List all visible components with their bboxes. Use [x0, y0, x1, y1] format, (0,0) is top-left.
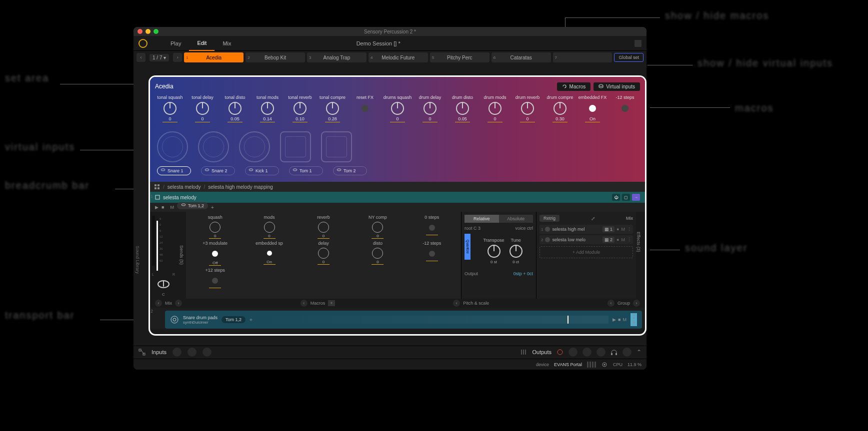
macro-1[interactable]: tonal delay0: [188, 95, 218, 122]
macros-toggle-button[interactable]: Macros: [557, 82, 591, 91]
global-set-button[interactable]: Global set: [614, 53, 644, 62]
toggle-dot[interactable]: [589, 105, 596, 112]
set-tab-1[interactable]: 1Acedia: [184, 52, 244, 62]
knob[interactable]: [488, 102, 502, 115]
pitch-prev[interactable]: ‹: [453, 300, 460, 307]
macro-11[interactable]: drum reverb0: [512, 95, 542, 122]
local-macro-8[interactable]: disto0: [352, 241, 404, 266]
group-module-0[interactable]: 1selesta high mel▦ 1●M⋮: [540, 225, 633, 234]
sound-layer-2[interactable]: Snare drum pads synthDulcimer Tom 1,2 + …: [165, 311, 642, 329]
set-tab-3[interactable]: 3Analog Trap: [307, 52, 366, 62]
virtual-input-label-3[interactable]: Tom 1: [289, 166, 323, 175]
macro-13[interactable]: embedded FXOn: [578, 95, 608, 122]
knob[interactable]: [456, 102, 469, 115]
knob[interactable]: [164, 102, 176, 115]
nav-edit[interactable]: Edit: [189, 36, 214, 51]
set-tab-2[interactable]: 2Bebop Kit: [246, 52, 305, 62]
knob[interactable]: [554, 102, 566, 115]
maximize-button[interactable]: [154, 29, 158, 34]
tune-knob[interactable]: [510, 245, 522, 258]
layer2-stop[interactable]: ■: [618, 317, 620, 322]
transpose-knob[interactable]: [488, 245, 500, 258]
expand-chevron[interactable]: ⌃: [636, 349, 642, 356]
tom-input-chip[interactable]: Tom 1,2: [177, 202, 208, 209]
local-macro-10[interactable]: +12 steps: [189, 268, 241, 288]
pan-knob[interactable]: [158, 280, 170, 288]
macros-prev[interactable]: ‹: [300, 300, 308, 307]
virtual-input-label-4[interactable]: Tom 2: [333, 166, 367, 175]
sends-column[interactable]: Sends (5): [177, 212, 186, 299]
virtual-inputs-toggle-button[interactable]: Virtual inputs: [594, 82, 640, 91]
knob[interactable]: [261, 102, 274, 115]
layer2-fx-label[interactable]: FX (6): [630, 313, 637, 326]
virtual-input-pad-3[interactable]: [280, 131, 311, 162]
local-macro-9[interactable]: -12 steps: [406, 241, 458, 266]
device-name[interactable]: EVANS Portal: [554, 362, 582, 367]
macro-2[interactable]: tonal disto0.05: [220, 95, 250, 122]
macro-3[interactable]: tonal mods0.14: [252, 95, 282, 122]
input-icon-1[interactable]: [172, 348, 182, 357]
root-value[interactable]: root C 3: [464, 226, 480, 231]
set-tab-6[interactable]: 6Cataratas: [492, 52, 551, 62]
layer-name-text[interactable]: selesta melody: [163, 195, 196, 200]
circle-icon[interactable]: [556, 349, 564, 356]
retrig-button[interactable]: Retrig: [540, 215, 560, 222]
virtual-input-label-0[interactable]: Snare 1: [157, 166, 191, 175]
add-module-button[interactable]: + Add Module: [540, 246, 633, 258]
absolute-tab[interactable]: Absolute: [499, 215, 534, 223]
local-macro-0[interactable]: squash0: [189, 215, 241, 239]
set-tab-5[interactable]: 5Pitchy Perc: [430, 52, 490, 62]
knob[interactable]: [228, 102, 242, 115]
sound-library-sidebar[interactable]: Sound Library: [134, 190, 142, 330]
fader[interactable]: [156, 221, 158, 271]
inputs-label[interactable]: Inputs: [152, 349, 166, 355]
quantize-strip[interactable]: Quantize: [464, 234, 470, 260]
minimize-button[interactable]: [146, 29, 150, 34]
add-macro-button[interactable]: +: [328, 300, 334, 306]
group-module-1[interactable]: 2selesta low melo▦ 2●M⋮: [540, 235, 633, 244]
macro-8[interactable]: drum delay0: [415, 95, 445, 122]
macro-0[interactable]: tonal squash0: [155, 95, 185, 122]
local-macro-6[interactable]: embedded spOn: [243, 241, 295, 266]
grid-icon[interactable]: [154, 184, 160, 190]
macro-10[interactable]: drum mods0: [480, 95, 510, 122]
knob[interactable]: [326, 102, 339, 115]
expand-icon[interactable]: ⤢: [591, 216, 595, 221]
gear-icon[interactable]: [601, 361, 608, 368]
knob[interactable]: [424, 102, 436, 115]
output-icon-4[interactable]: [622, 348, 632, 357]
set-tab-4[interactable]: 4Melodic Future: [368, 52, 428, 62]
output-icon-1[interactable]: [568, 348, 578, 357]
layer2-play[interactable]: ▶: [612, 317, 616, 322]
virtual-input-pad-0[interactable]: [157, 131, 188, 162]
virtual-input-pad-1[interactable]: [198, 131, 229, 162]
knob[interactable]: [521, 102, 534, 115]
input-icon-3[interactable]: [202, 348, 212, 357]
local-macro-7[interactable]: delay0: [298, 241, 350, 266]
layer2-waveform[interactable]: [256, 316, 608, 324]
stop-icon[interactable]: ■: [162, 205, 164, 210]
toggle-dot[interactable]: [362, 105, 368, 112]
virtual-input-pad-2[interactable]: [239, 131, 270, 162]
next-page-button[interactable]: ›: [173, 53, 182, 62]
macro-4[interactable]: tonal reverb0.10: [285, 95, 315, 122]
layer2-input-chip[interactable]: Tom 1,2: [222, 316, 246, 323]
macro-5[interactable]: tonal compre0.28: [318, 95, 348, 122]
layer2-add[interactable]: +: [250, 317, 252, 323]
session-name[interactable]: Demo Session [] *: [356, 40, 400, 46]
layer-expand-button[interactable]: ▢: [622, 194, 630, 201]
breadcrumb-1[interactable]: selesta melody: [168, 184, 201, 190]
record-indicator[interactable]: [634, 40, 642, 47]
macro-9[interactable]: drum disto0.05: [448, 95, 478, 122]
input-icon-2[interactable]: [188, 348, 196, 357]
prev-page-button[interactable]: ‹: [136, 53, 146, 62]
macro-6[interactable]: reset FX: [350, 95, 380, 122]
knob[interactable]: [294, 102, 306, 115]
layer-power-button[interactable]: ⏻: [612, 194, 620, 201]
layer-arrow-button[interactable]: →: [632, 194, 640, 201]
voice-ctrl[interactable]: voice ctrl: [515, 226, 533, 231]
nav-play[interactable]: Play: [162, 36, 189, 50]
knob[interactable]: [196, 102, 209, 115]
device-bars-icon[interactable]: [587, 362, 596, 368]
output-icon-3[interactable]: [596, 348, 606, 357]
